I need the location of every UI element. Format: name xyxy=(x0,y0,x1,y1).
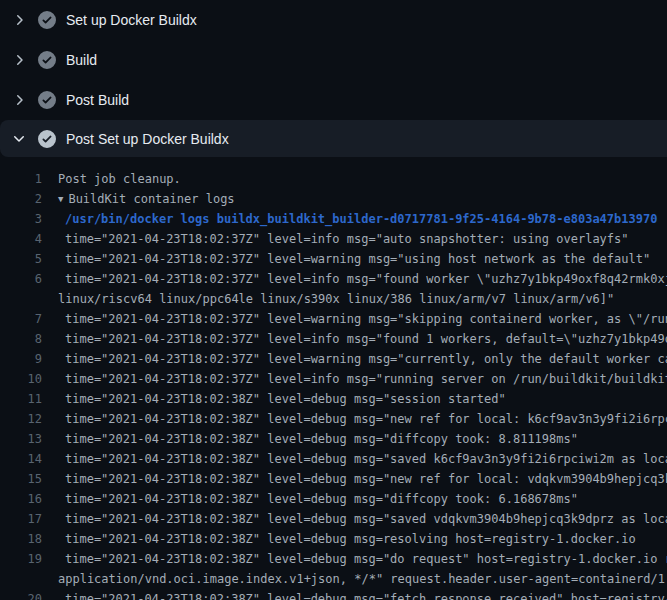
actions-log-viewer: Set up Docker Buildx Build xyxy=(0,0,667,600)
log-row: 18 time="2021-04-23T18:02:38Z" level=deb… xyxy=(0,529,667,549)
log-line-content: /usr/bin/docker logs buildx_buildkit_bui… xyxy=(65,212,657,226)
log-row: 8 time="2021-04-23T18:02:37Z" level=info… xyxy=(0,329,667,349)
log-line-number[interactable]: 15 xyxy=(0,472,42,486)
log-line-text: time="2021-04-23T18:02:38Z" level=debug … xyxy=(42,512,667,526)
step-row-2[interactable]: Post Build xyxy=(0,80,667,120)
log-line-content: time="2021-04-23T18:02:37Z" level=warnin… xyxy=(65,312,667,326)
log-row: 3 /usr/bin/docker logs buildx_buildkit_b… xyxy=(0,209,667,229)
log-line-text: time="2021-04-23T18:02:38Z" level=debug … xyxy=(42,592,667,600)
log-line-content: application/vnd.oci.image.index.v1+json,… xyxy=(58,572,667,586)
log-line-number[interactable]: 3 xyxy=(0,212,42,226)
step-label: Set up Docker Buildx xyxy=(66,12,197,28)
log-line-number[interactable]: 18 xyxy=(0,532,42,546)
check-circle-icon xyxy=(38,51,56,69)
log-line-number[interactable]: 19 xyxy=(0,552,42,566)
log-line-number[interactable]: 12 xyxy=(0,412,42,426)
step-label: Build xyxy=(66,52,97,68)
log-line-text: ▼BuildKit container logs xyxy=(42,192,235,206)
log-line-number[interactable]: 8 xyxy=(0,332,42,346)
log-row: 4 time="2021-04-23T18:02:37Z" level=info… xyxy=(0,229,667,249)
log-line-text: time="2021-04-23T18:02:38Z" level=debug … xyxy=(42,452,667,466)
log-row: 1 Post job cleanup. xyxy=(0,169,667,189)
log-line-text: time="2021-04-23T18:02:38Z" level=debug … xyxy=(42,412,667,426)
log-line-content: time="2021-04-23T18:02:37Z" level=info m… xyxy=(65,232,629,246)
check-circle-icon xyxy=(38,91,56,109)
log-line-number[interactable]: 14 xyxy=(0,452,42,466)
log-line-content: time="2021-04-23T18:02:37Z" level=warnin… xyxy=(65,352,667,366)
log-row: 10 time="2021-04-23T18:02:37Z" level=inf… xyxy=(0,369,667,389)
log-line-text: /usr/bin/docker logs buildx_buildkit_bui… xyxy=(42,212,657,226)
log-row: 6 time="2021-04-23T18:02:37Z" level=info… xyxy=(0,269,667,289)
step-row-3[interactable]: Post Set up Docker Buildx xyxy=(0,120,667,157)
log-line-text: time="2021-04-23T18:02:37Z" level=info m… xyxy=(42,272,667,286)
log-row: linux/riscv64 linux/ppc64le linux/s390x … xyxy=(0,289,667,309)
log-row: 7 time="2021-04-23T18:02:37Z" level=warn… xyxy=(0,309,667,329)
log-line-content: time="2021-04-23T18:02:38Z" level=debug … xyxy=(65,412,667,426)
log-line-number[interactable]: 4 xyxy=(0,232,42,246)
log-line-number[interactable]: 10 xyxy=(0,372,42,386)
log-line-content: time="2021-04-23T18:02:38Z" level=debug … xyxy=(65,432,578,446)
log-line-number[interactable]: 9 xyxy=(0,352,42,366)
log-line-number[interactable]: 5 xyxy=(0,252,42,266)
step-row-1[interactable]: Build xyxy=(0,40,667,80)
log-line-text: linux/riscv64 linux/ppc64le linux/s390x … xyxy=(42,292,614,306)
step-row-0[interactable]: Set up Docker Buildx xyxy=(0,0,667,40)
log-line-content: time="2021-04-23T18:02:37Z" level=info m… xyxy=(65,272,667,286)
step-label: Post Build xyxy=(66,92,129,108)
check-circle-icon xyxy=(38,11,56,29)
log-line-text: time="2021-04-23T18:02:38Z" level=debug … xyxy=(42,492,578,506)
log-row: 13 time="2021-04-23T18:02:38Z" level=deb… xyxy=(0,429,667,449)
log-line-text: time="2021-04-23T18:02:37Z" level=info m… xyxy=(42,232,629,246)
log-row: 12 time="2021-04-23T18:02:38Z" level=deb… xyxy=(0,409,667,429)
log-line-content: time="2021-04-23T18:02:38Z" level=debug … xyxy=(65,552,667,566)
log-line-text: application/vnd.oci.image.index.v1+json,… xyxy=(42,572,667,586)
log-line-number[interactable]: 11 xyxy=(0,392,42,406)
log-row: 15 time="2021-04-23T18:02:38Z" level=deb… xyxy=(0,469,667,489)
log-line-content: time="2021-04-23T18:02:38Z" level=debug … xyxy=(65,532,636,546)
log-line-number[interactable]: 2 xyxy=(0,192,42,206)
log-line-text: Post job cleanup. xyxy=(42,172,181,186)
log-line-content: BuildKit container logs xyxy=(68,192,234,206)
log-line-number[interactable]: 20 xyxy=(0,592,42,600)
log-line-number[interactable]: 17 xyxy=(0,512,42,526)
log-line-text: time="2021-04-23T18:02:37Z" level=info m… xyxy=(42,332,667,346)
log-line-number[interactable]: 13 xyxy=(0,432,42,446)
log-line-content: time="2021-04-23T18:02:37Z" level=info m… xyxy=(65,332,667,346)
log-line-content: time="2021-04-23T18:02:38Z" level=debug … xyxy=(65,452,667,466)
log-line-text: time="2021-04-23T18:02:37Z" level=warnin… xyxy=(42,252,650,266)
log-line-content: time="2021-04-23T18:02:38Z" level=debug … xyxy=(65,392,506,406)
log-line-content: time="2021-04-23T18:02:38Z" level=debug … xyxy=(65,492,578,506)
log-row[interactable]: 2 ▼BuildKit container logs xyxy=(0,189,667,209)
log-line-text: time="2021-04-23T18:02:37Z" level=warnin… xyxy=(42,312,667,326)
check-circle-icon xyxy=(38,130,56,148)
chevron-right-icon xyxy=(11,92,27,108)
chevron-right-icon xyxy=(11,12,27,28)
log-line-number[interactable]: 1 xyxy=(0,172,42,186)
log-line-text: time="2021-04-23T18:02:37Z" level=info m… xyxy=(42,372,667,386)
chevron-down-icon xyxy=(11,131,27,147)
log-line-content: time="2021-04-23T18:02:38Z" level=debug … xyxy=(65,592,667,600)
log-row: application/vnd.oci.image.index.v1+json,… xyxy=(0,569,667,589)
log-row: 9 time="2021-04-23T18:02:37Z" level=warn… xyxy=(0,349,667,369)
step-label: Post Set up Docker Buildx xyxy=(66,131,229,147)
log-line-number[interactable]: 7 xyxy=(0,312,42,326)
log-line-number[interactable]: 6 xyxy=(0,272,42,286)
log-line-number[interactable]: 16 xyxy=(0,492,42,506)
log-row: 17 time="2021-04-23T18:02:38Z" level=deb… xyxy=(0,509,667,529)
log-line-content: Post job cleanup. xyxy=(58,172,181,186)
log-line-text: time="2021-04-23T18:02:38Z" level=debug … xyxy=(42,532,636,546)
log-line-text: time="2021-04-23T18:02:38Z" level=debug … xyxy=(42,392,506,406)
log-row: 19 time="2021-04-23T18:02:38Z" level=deb… xyxy=(0,549,667,569)
log-row: 20 time="2021-04-23T18:02:38Z" level=deb… xyxy=(0,589,667,600)
log-row: 14 time="2021-04-23T18:02:38Z" level=deb… xyxy=(0,449,667,469)
log-line-content: time="2021-04-23T18:02:38Z" level=debug … xyxy=(65,472,667,486)
log-output: 1 Post job cleanup. 2 ▼BuildKit containe… xyxy=(0,157,667,600)
log-line-text: time="2021-04-23T18:02:38Z" level=debug … xyxy=(42,552,667,566)
log-line-text: time="2021-04-23T18:02:37Z" level=warnin… xyxy=(42,352,667,366)
group-triangle-icon: ▼ xyxy=(58,194,63,204)
log-row: 16 time="2021-04-23T18:02:38Z" level=deb… xyxy=(0,489,667,509)
log-line-text: time="2021-04-23T18:02:38Z" level=debug … xyxy=(42,432,578,446)
step-list: Set up Docker Buildx Build xyxy=(0,0,667,157)
log-line-content: linux/riscv64 linux/ppc64le linux/s390x … xyxy=(58,292,614,306)
log-line-content: time="2021-04-23T18:02:38Z" level=debug … xyxy=(65,512,667,526)
